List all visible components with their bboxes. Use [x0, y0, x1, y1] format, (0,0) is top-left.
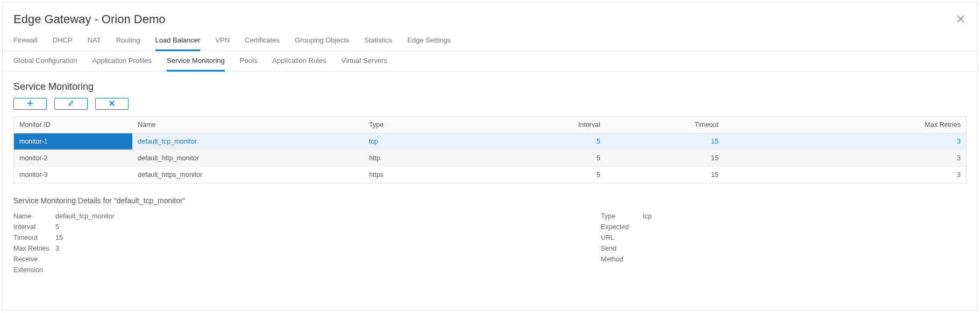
- col-type[interactable]: Type: [364, 117, 482, 133]
- subtab-pools[interactable]: Pools: [240, 51, 258, 71]
- delete-button[interactable]: [95, 98, 129, 110]
- subtab-application-profiles[interactable]: Application Profiles: [93, 51, 152, 71]
- cell-name: default_http_monitor: [132, 150, 364, 166]
- subtab-global-configuration[interactable]: Global Configuration: [13, 51, 77, 71]
- x-icon: [109, 100, 115, 108]
- subtab-application-rules[interactable]: Application Rules: [272, 51, 326, 71]
- cell-max-retries: 3: [724, 167, 966, 183]
- close-icon: [957, 15, 964, 24]
- primary-tabs: Firewall DHCP NAT Routing Load Balancer …: [3, 32, 977, 51]
- cell-monitor-id: monitor-1: [14, 133, 132, 150]
- cell-name: default_https_monitor: [132, 167, 364, 183]
- cell-timeout: 15: [606, 150, 724, 166]
- plus-icon: [27, 100, 33, 108]
- details-left-column: Namedefault_tcp_monitor Interval5 Timeou…: [13, 212, 175, 277]
- col-max-retries[interactable]: Max Retries: [724, 117, 966, 133]
- section-title: Service Monitoring: [13, 81, 967, 93]
- table-row[interactable]: monitor-3 default_https_monitor https 5 …: [14, 167, 966, 183]
- tab-nat[interactable]: NAT: [88, 32, 101, 51]
- col-timeout[interactable]: Timeout: [606, 117, 724, 133]
- detail-key-send: Send: [601, 245, 643, 252]
- details-title: Service Monitoring Details for "default_…: [13, 196, 967, 205]
- detail-val-interval: 5: [55, 223, 59, 231]
- detail-val-name: default_tcp_monitor: [55, 212, 115, 220]
- tab-load-balancer[interactable]: Load Balancer: [155, 32, 201, 51]
- table-header: Monitor ID Name Type Interval Timeout Ma…: [14, 117, 966, 133]
- detail-key-type: Type: [601, 212, 643, 220]
- service-monitoring-section: Service Monitoring Monitor ID N: [3, 72, 977, 183]
- cell-name: default_tcp_monitor: [132, 133, 364, 150]
- detail-key-interval: Interval: [13, 223, 55, 231]
- detail-val-timeout: 15: [55, 234, 63, 241]
- col-monitor-id[interactable]: Monitor ID: [14, 117, 132, 133]
- detail-key-extension: Extension: [13, 266, 55, 274]
- col-name[interactable]: Name: [132, 117, 364, 133]
- cell-interval: 5: [482, 133, 606, 150]
- detail-val-type: tcp: [643, 212, 652, 220]
- pencil-icon: [68, 100, 74, 108]
- add-button[interactable]: [13, 98, 47, 110]
- page-title: Edge Gateway - Orion Demo: [13, 12, 955, 26]
- cell-monitor-id: monitor-2: [14, 150, 132, 166]
- col-interval[interactable]: Interval: [482, 117, 606, 133]
- cell-type: tcp: [364, 133, 482, 150]
- cell-max-retries: 3: [724, 133, 966, 150]
- tab-vpn[interactable]: VPN: [215, 32, 230, 51]
- secondary-tabs: Global Configuration Application Profile…: [3, 51, 977, 72]
- detail-key-method: Method: [601, 255, 643, 263]
- panel-header: Edge Gateway - Orion Demo: [3, 3, 977, 32]
- edit-button[interactable]: [54, 98, 88, 110]
- tab-dhcp[interactable]: DHCP: [53, 32, 73, 51]
- tab-statistics[interactable]: Statistics: [364, 32, 392, 51]
- detail-key-name: Name: [13, 212, 55, 220]
- close-button[interactable]: [955, 13, 967, 25]
- table-row[interactable]: monitor-1 default_tcp_monitor tcp 5 15 3: [14, 133, 966, 150]
- tab-routing[interactable]: Routing: [116, 32, 140, 51]
- table-row[interactable]: monitor-2 default_http_monitor http 5 15…: [14, 150, 966, 167]
- cell-type: http: [364, 150, 482, 166]
- detail-key-receive: Receive: [13, 255, 55, 263]
- cell-interval: 5: [482, 150, 606, 166]
- edge-gateway-panel: Edge Gateway - Orion Demo Firewall DHCP …: [2, 2, 978, 311]
- detail-key-timeout: Timeout: [13, 234, 55, 241]
- details-panel: Service Monitoring Details for "default_…: [3, 183, 977, 282]
- cell-max-retries: 3: [724, 150, 966, 166]
- tab-grouping-objects[interactable]: Grouping Objects: [295, 32, 349, 51]
- monitors-table: Monitor ID Name Type Interval Timeout Ma…: [13, 116, 967, 183]
- cell-timeout: 15: [606, 133, 724, 150]
- cell-timeout: 15: [606, 167, 724, 183]
- details-right-column: Typetcp Expected URL Send Method: [601, 212, 762, 277]
- subtab-virtual-servers[interactable]: Virtual Servers: [342, 51, 387, 71]
- detail-key-expected: Expected: [601, 223, 643, 231]
- tab-certificates[interactable]: Certificates: [245, 32, 280, 51]
- detail-key-url: URL: [601, 234, 643, 241]
- subtab-service-monitoring[interactable]: Service Monitoring: [167, 51, 225, 72]
- tab-firewall[interactable]: Firewall: [13, 32, 38, 51]
- detail-key-max: Max Retries: [13, 245, 55, 252]
- cell-interval: 5: [482, 167, 606, 183]
- detail-val-max: 3: [55, 245, 59, 252]
- cell-monitor-id: monitor-3: [14, 167, 132, 183]
- cell-type: https: [364, 167, 482, 183]
- tab-edge-settings[interactable]: Edge Settings: [407, 32, 451, 51]
- action-buttons: [13, 98, 967, 110]
